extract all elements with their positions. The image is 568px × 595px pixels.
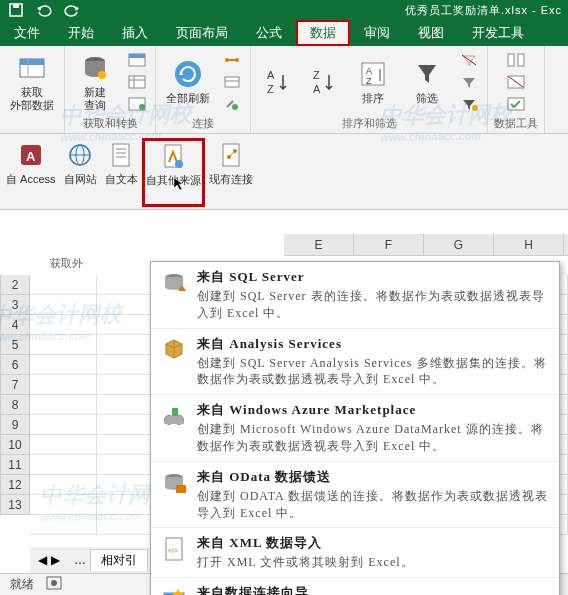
sort-desc-button[interactable]: ZA xyxy=(303,64,343,100)
row-header[interactable]: 7 xyxy=(0,375,30,395)
filter-small xyxy=(457,50,481,114)
from-web-label: 自网站 xyxy=(64,172,97,187)
titlebar: 优秀员工奖励清单.xlsx - Exc xyxy=(0,0,568,20)
svg-point-16 xyxy=(235,58,239,62)
undo-icon[interactable] xyxy=(36,2,52,18)
tab-data[interactable]: 数据 xyxy=(296,20,350,46)
reapply-icon[interactable] xyxy=(457,72,481,92)
from-other-sources-button[interactable]: 自其他来源 xyxy=(142,138,205,207)
group-get-transform: 新建 查询 获取和转换 xyxy=(65,46,156,133)
tab-formulas[interactable]: 公式 xyxy=(242,20,296,46)
row-header[interactable]: 12 xyxy=(0,475,30,495)
new-query-button[interactable]: 新建 查询 xyxy=(71,50,119,114)
svg-rect-1 xyxy=(13,4,19,8)
svg-text:</>: </> xyxy=(168,547,178,554)
menu-item-sql-server[interactable]: 来自 SQL Server创建到 SQL Server 表的连接。将数据作为表或… xyxy=(151,262,559,329)
row-header[interactable]: 3 xyxy=(0,295,30,315)
menu-item-azure-marketplace[interactable]: 来自 Windows Azure Marketplace创建到 Microsof… xyxy=(151,395,559,462)
save-icon[interactable] xyxy=(8,2,24,18)
tab-home[interactable]: 开始 xyxy=(54,20,108,46)
recent-sources-icon[interactable] xyxy=(125,94,149,114)
menu-item-title: 来自 Windows Azure Marketplace xyxy=(197,401,551,419)
from-table-icon[interactable] xyxy=(125,72,149,92)
col-header[interactable]: H xyxy=(494,234,564,255)
menu-item-title: 来自 Analysis Services xyxy=(197,335,551,353)
sort-asc-button[interactable]: AZ xyxy=(257,64,297,100)
sql-server-icon xyxy=(159,268,189,298)
svg-point-15 xyxy=(225,58,229,62)
sheet-nav-prev-icon[interactable]: ◀ xyxy=(38,553,47,567)
col-header[interactable]: F xyxy=(354,234,424,255)
col-header[interactable]: E xyxy=(284,234,354,255)
column-headers: E F G H xyxy=(284,234,568,256)
svg-rect-18 xyxy=(225,77,239,87)
tab-dev[interactable]: 开发工具 xyxy=(458,20,538,46)
svg-rect-40 xyxy=(113,144,129,166)
external-data-group-label: 获取外 xyxy=(50,256,83,271)
connections-small xyxy=(220,50,244,114)
editlinks-icon[interactable] xyxy=(220,94,244,114)
wizard-icon xyxy=(159,584,189,595)
filter-button[interactable]: 筛选 xyxy=(403,56,451,107)
group-sort-filter: AZ ZA AZ 排序 筛选 排序和筛选 xyxy=(251,46,488,133)
existing-connections-button[interactable]: 现有连接 xyxy=(205,138,257,189)
text-to-columns-icon[interactable] xyxy=(504,50,528,70)
show-queries-icon[interactable] xyxy=(125,50,149,70)
menu-item-odata[interactable]: 来自 OData 数据馈送创建到 ODATA 数据馈送的连接。将数据作为表或数据… xyxy=(151,462,559,529)
properties-icon[interactable] xyxy=(220,72,244,92)
sheet-tab[interactable]: 相对引 xyxy=(90,549,148,571)
get-transform-small xyxy=(125,50,149,114)
refresh-all-button[interactable]: 全部刷新 xyxy=(162,56,214,107)
tab-view[interactable]: 视图 xyxy=(404,20,458,46)
advanced-icon[interactable] xyxy=(457,94,481,114)
svg-text:A: A xyxy=(267,69,275,81)
data-validation-icon[interactable] xyxy=(504,94,528,114)
tab-review[interactable]: 审阅 xyxy=(350,20,404,46)
row-header[interactable]: 4 xyxy=(0,315,30,335)
ribbon-tabs: 文件 开始 插入 页面布局 公式 数据 审阅 视图 开发工具 xyxy=(0,20,568,46)
col-header[interactable]: G xyxy=(424,234,494,255)
sort-button[interactable]: AZ 排序 xyxy=(349,56,397,107)
tab-insert[interactable]: 插入 xyxy=(108,20,162,46)
get-external-data-button[interactable]: 获取 外部数据 xyxy=(6,50,58,114)
row-header[interactable]: 5 xyxy=(0,335,30,355)
sort-desc-icon: ZA xyxy=(307,66,339,98)
row-header[interactable]: 9 xyxy=(0,415,30,435)
row-header[interactable]: 13 xyxy=(0,495,30,515)
from-access-button[interactable]: A 自 Access xyxy=(2,138,60,189)
menu-item-analysis-services[interactable]: 来自 Analysis Services创建到 SQL Server Analy… xyxy=(151,329,559,396)
status-ready: 就绪 xyxy=(10,576,34,593)
macro-record-icon[interactable] xyxy=(46,576,62,593)
azure-icon xyxy=(159,401,189,431)
new-query-label: 新建 查询 xyxy=(84,86,106,112)
existing-connections-icon xyxy=(216,140,246,170)
clear-icon[interactable] xyxy=(457,50,481,70)
from-web-button[interactable]: 自网站 xyxy=(60,138,101,189)
sort-label: 排序 xyxy=(362,92,384,105)
remove-duplicates-icon[interactable] xyxy=(504,72,528,92)
connections-icon[interactable] xyxy=(220,50,244,70)
tab-file[interactable]: 文件 xyxy=(0,20,54,46)
sheet-nav-next-icon[interactable]: ▶ xyxy=(51,553,60,567)
row-header[interactable]: 10 xyxy=(0,435,30,455)
existing-connections-label: 现有连接 xyxy=(209,172,253,187)
tab-pagelayout[interactable]: 页面布局 xyxy=(162,20,242,46)
menu-item-desc: 创建到 SQL Server Analysis Services 多维数据集的连… xyxy=(197,355,551,389)
access-icon: A xyxy=(16,140,46,170)
menu-item-xml[interactable]: </> 来自 XML 数据导入打开 XML 文件或将其映射到 Excel。 xyxy=(151,528,559,578)
window-title: 优秀员工奖励清单.xlsx - Exc xyxy=(80,3,568,18)
menu-item-desc: 打开 XML 文件或将其映射到 Excel。 xyxy=(197,554,551,571)
menu-item-title: 来自 XML 数据导入 xyxy=(197,534,551,552)
external-data-icon xyxy=(16,52,48,84)
row-header[interactable]: 11 xyxy=(0,455,30,475)
redo-icon[interactable] xyxy=(64,2,80,18)
row-header[interactable]: 8 xyxy=(0,395,30,415)
menu-item-data-connection-wizard[interactable]: 来自数据连接向导通过使用数据连接向导和 OLEDB 导入未列出格式的数据。 xyxy=(151,578,559,595)
from-text-button[interactable]: 自文本 xyxy=(101,138,142,189)
menu-item-title: 来自 SQL Server xyxy=(197,268,551,286)
menu-item-title: 来自 OData 数据馈送 xyxy=(197,468,551,486)
svg-point-29 xyxy=(472,105,478,111)
row-header[interactable]: 2 xyxy=(0,275,30,295)
row-header[interactable]: 6 xyxy=(0,355,30,375)
svg-text:Z: Z xyxy=(366,76,372,86)
